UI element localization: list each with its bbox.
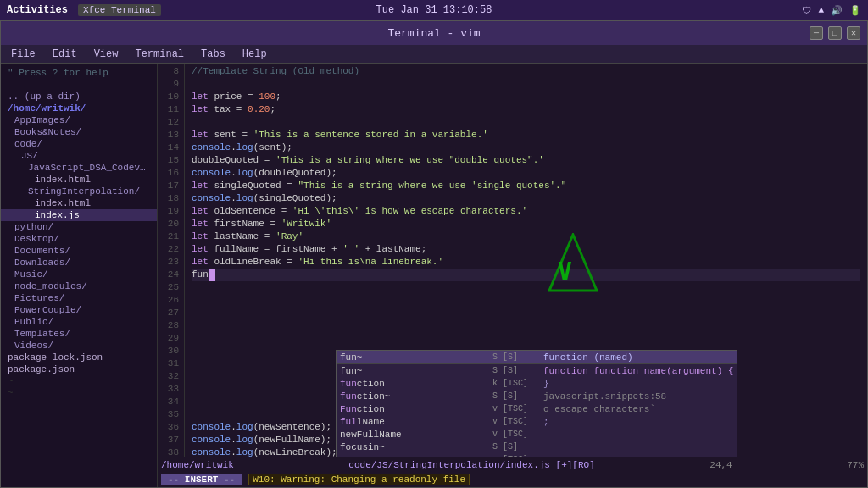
code-container: 8 9 10 11 12 13 14 15 16 17 18 19 20 21 … xyxy=(158,64,867,457)
ac-source: k [TSC] xyxy=(492,379,543,388)
code-line-15: doubleQuoted = 'This is a string where w… xyxy=(192,154,860,167)
terminal-icon-text: Xfce Terminal xyxy=(83,5,156,15)
autocomplete-popup: fun~ S [S] function (named) fun~ S [S] f… xyxy=(336,350,737,457)
menu-help[interactable]: Help xyxy=(236,47,274,62)
menu-terminal[interactable]: Terminal xyxy=(128,47,191,62)
status-percent: 77% xyxy=(847,460,864,470)
ac-label: function xyxy=(340,379,492,389)
sidebar-documents[interactable]: Documents/ xyxy=(1,245,157,257)
ac-label: fun~ xyxy=(340,366,492,376)
code-line-22: let fullName = firstName + ' ' + lastNam… xyxy=(192,243,860,256)
sidebar-python[interactable]: python/ xyxy=(1,221,157,233)
sidebar-booksnotes[interactable]: Books&Notes/ xyxy=(1,126,157,138)
sidebar-indexjs[interactable]: index.js xyxy=(1,209,157,221)
menu-tabs[interactable]: Tabs xyxy=(194,47,232,62)
terminal-window: Terminal - vim ─ □ ✕ File Edit View Term… xyxy=(0,20,868,488)
ac-source: S [S] xyxy=(492,366,543,375)
sidebar-videos[interactable]: Videos/ xyxy=(1,340,157,352)
code-line-20: let firstName = 'Writwik' xyxy=(192,218,860,230)
ac-item-FocusEvent[interactable]: FocusEvent v [TSC] xyxy=(337,453,737,457)
menu-view[interactable]: View xyxy=(87,47,125,62)
maximize-button[interactable]: □ xyxy=(828,26,842,40)
sidebar-code[interactable]: code/ xyxy=(1,138,157,150)
vim-editor[interactable]: 8 9 10 11 12 13 14 15 16 17 18 19 20 21 … xyxy=(158,64,867,487)
sidebar-pictures[interactable]: Pictures/ xyxy=(1,292,157,304)
sidebar-desktop[interactable]: Desktop/ xyxy=(1,233,157,245)
ac-item-fun2[interactable]: fun~ S [S] function function_name(argume… xyxy=(337,364,737,377)
system-bar-left: Activities Xfce Terminal xyxy=(7,4,161,16)
sidebar-help-text: " Press ? for help xyxy=(1,67,157,79)
ac-item-newFullName[interactable]: newFullName v [TSC] xyxy=(337,428,737,441)
sidebar-index-html-2[interactable]: index.html xyxy=(1,197,157,209)
ac-label: newFullName xyxy=(340,430,492,440)
sidebar-home[interactable]: /home/writwik/ xyxy=(1,103,157,114)
activities-button[interactable]: Activities xyxy=(7,4,68,16)
volume-icon: 🔊 xyxy=(831,5,843,16)
ac-label: FocusEvent xyxy=(340,455,492,458)
code-line-24: fun xyxy=(192,269,860,281)
sidebar-package-lock[interactable]: package-lock.json xyxy=(1,352,157,363)
code-line-8: //Template String (Old method) xyxy=(192,65,860,78)
code-line-17: let singleQuoted = "This is a string whe… xyxy=(192,180,860,192)
sidebar-public[interactable]: Public/ xyxy=(1,316,157,328)
ac-item-Function[interactable]: Function v [TSC] o escape characters` xyxy=(337,402,737,415)
system-tray: 🛡 ▲ 🔊 🔋 xyxy=(802,5,861,16)
ac-detail-semi: ; xyxy=(543,417,549,427)
code-line-9 xyxy=(192,78,860,91)
sidebar-tilde-2: ~ xyxy=(1,387,157,399)
ac-detail-escape: o escape characters` xyxy=(543,404,655,414)
code-line-23: let oldLineBreak = 'Hi this is\na linebr… xyxy=(192,256,860,269)
sidebar-js-dsa[interactable]: JavaScript_DSA_Codevolu... xyxy=(1,162,157,174)
ac-item-fun1[interactable]: fun~ S [S] function (named) xyxy=(337,351,737,363)
code-line-19: let oldSentence = 'Hi \'this\' is how we… xyxy=(192,205,860,218)
menu-bar: File Edit View Terminal Tabs Help xyxy=(1,45,867,64)
ac-label: Function xyxy=(340,404,492,414)
ac-item-function-tilde[interactable]: function~ S [S] javascript.snippets:58 xyxy=(337,390,737,402)
ac-item-fullName[interactable]: fullName v [TSC] ; xyxy=(337,415,737,428)
sidebar-appimages[interactable]: AppImages/ xyxy=(1,114,157,126)
ac-detail-close: } xyxy=(543,379,549,389)
ac-detail-hint: function (named) xyxy=(543,352,633,363)
status-position: 24,4 xyxy=(709,460,732,470)
menu-edit[interactable]: Edit xyxy=(46,47,84,62)
code-line-13: let sent = 'This is a sentence stored in… xyxy=(192,129,860,141)
ac-source: S [S] xyxy=(492,391,543,401)
sidebar-tilde-1: ~ xyxy=(1,375,157,387)
sidebar-templates[interactable]: Templates/ xyxy=(1,328,157,340)
ac-source: S [S] xyxy=(492,352,543,362)
sidebar-music[interactable]: Music/ xyxy=(1,269,157,280)
code-line-10: let price = 100; xyxy=(192,91,860,103)
sidebar-up-dir[interactable]: .. (up a dir) xyxy=(1,91,157,103)
wifi-icon: ▲ xyxy=(818,5,824,15)
sidebar-downloads[interactable]: Downloads/ xyxy=(1,257,157,269)
ac-item-function[interactable]: function k [TSC] } xyxy=(337,377,737,390)
sidebar-stringinterpolation[interactable]: StringInterpolation/ xyxy=(1,186,157,197)
status-file: code/JS/StringInterpolation/index.js [+]… xyxy=(348,460,594,470)
svg-marker-0 xyxy=(549,235,597,291)
ac-source: v [TSC] xyxy=(492,430,543,439)
code-line-27 xyxy=(192,307,860,319)
ac-label: focusin~ xyxy=(340,442,492,452)
sidebar-js[interactable]: JS/ xyxy=(1,150,157,162)
sidebar-index-html-1[interactable]: index.html xyxy=(1,174,157,186)
code-line-14: console.log(sent); xyxy=(192,141,860,154)
code-line-18: console.log(singleQuoted); xyxy=(192,192,860,205)
ac-item-focusin[interactable]: focusin~ S [S] xyxy=(337,441,737,453)
ac-label: fun~ xyxy=(340,352,492,363)
ac-source: v [TSC] xyxy=(492,404,543,413)
minimize-button[interactable]: ─ xyxy=(810,26,823,40)
sidebar-powercouple[interactable]: PowerCouple/ xyxy=(1,304,157,316)
sidebar-node-modules[interactable]: node_modules/ xyxy=(1,280,157,292)
vim-logo: V xyxy=(548,233,598,292)
network-icon: 🛡 xyxy=(802,5,811,16)
close-button[interactable]: ✕ xyxy=(847,26,860,40)
menu-file[interactable]: File xyxy=(4,47,42,62)
vim-status-bar: /home/writwik code/JS/StringInterpolatio… xyxy=(158,457,867,472)
vim-warning-text: W10: Warning: Changing a readonly file xyxy=(248,474,470,485)
window-controls: ─ □ ✕ xyxy=(810,26,860,40)
ac-source: v [TSC] xyxy=(492,417,543,426)
window-title: Terminal - vim xyxy=(58,27,810,40)
sidebar-package-json[interactable]: package.json xyxy=(1,363,157,375)
status-path: /home/writwik xyxy=(161,460,234,470)
main-content: " Press ? for help .. (up a dir) /home/w… xyxy=(1,64,867,487)
